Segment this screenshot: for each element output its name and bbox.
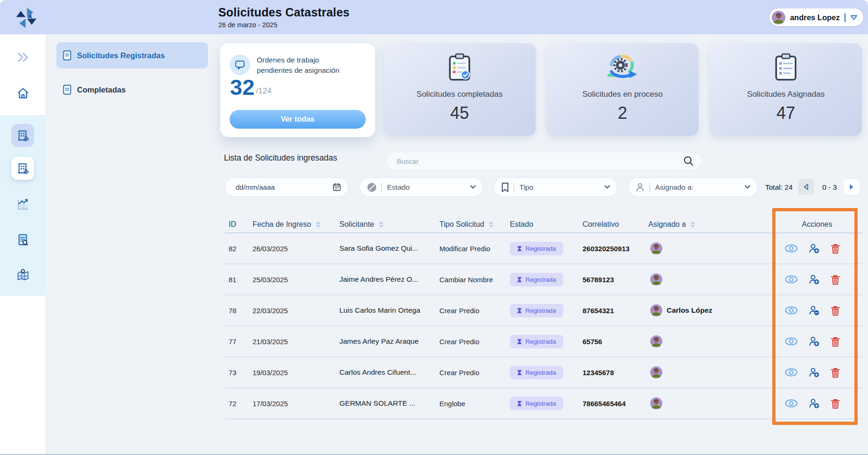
eye-icon [785,368,798,377]
cell-solicitante: GERMAN SOLARTE ... [339,399,439,408]
person-add-icon [808,274,820,285]
table-row: 82 26/03/2025 Sara Sofia Gomez Qui... Mo… [225,233,862,264]
chevron-down-icon [470,185,476,189]
unassign-user-button[interactable] [808,305,820,316]
header-bar: Solicitudes Catastrales 26 de marzo - 20… [0,0,868,34]
clipboard-list-icon [710,53,862,82]
view-button[interactable] [785,337,798,346]
ver-todas-button[interactable]: Ver todas [230,110,366,129]
column-header-solicitante[interactable]: Solicitante [339,220,439,229]
cell-id: 78 [225,307,253,315]
cell-fecha: 26/03/2025 [253,245,339,253]
delete-button[interactable] [830,305,840,316]
sort-arrows-icon [379,221,384,228]
document-search-icon [16,233,29,246]
delete-button[interactable] [830,398,840,409]
sidebar-item-home[interactable] [0,87,46,100]
eye-icon [785,306,798,315]
asignado-filter[interactable]: Asignado a: [628,177,758,197]
pagination-prev-button[interactable] [798,179,814,195]
assignee-avatar [650,304,662,316]
delete-button[interactable] [830,274,840,285]
pagination-next-button[interactable] [844,179,860,195]
column-header-fecha[interactable]: Fecha de Ingreso [253,220,339,229]
nav-item-solicitudes-registradas[interactable]: Solicitudes Registradas [56,42,208,69]
sidebar-item-reportes[interactable] [0,198,46,211]
column-header-correlativo: Correlativo [583,220,648,229]
column-header-tipo[interactable]: Tipo Solicitud [439,220,510,229]
assign-user-button[interactable] [808,398,820,409]
view-button[interactable] [785,275,798,284]
delete-button[interactable] [830,336,840,347]
cell-id: 73 [225,369,253,377]
user-menu[interactable]: andres Lopez [769,8,863,26]
cell-id: 82 [225,245,253,253]
sidebar-item-mapa[interactable] [0,269,46,282]
triangle-left-icon [803,184,809,190]
stat-value: 2 [546,103,699,123]
person-add-icon [808,336,820,347]
chip-divider [845,13,845,22]
assign-user-button[interactable] [808,274,820,285]
estado-filter[interactable]: Estado [360,177,483,197]
search-input[interactable] [386,152,683,170]
cell-fecha: 22/03/2025 [253,307,339,315]
search-icon[interactable] [683,155,694,167]
asignado-filter-label: Asignado a: [655,183,694,192]
assignee-avatar [650,242,662,254]
cell-tipo: Crear Predio [439,307,510,315]
view-button[interactable] [785,306,798,315]
trash-icon [830,305,840,316]
sidebar-item-solicitudes[interactable] [0,124,46,147]
cell-tipo: Cambiar Nombre [439,276,510,284]
building-settings-icon [16,129,29,142]
sidebar-item-gestion[interactable] [0,157,46,180]
stat-card-asignadas: Solicitudes Asignadas 47 [710,43,862,136]
assign-user-button[interactable] [808,367,820,378]
clipboard-check-icon [384,53,536,82]
assign-user-button[interactable] [808,336,820,347]
table-row: 73 19/03/2025 Carlos Andres Cifuent... C… [225,357,862,388]
delete-button[interactable] [830,243,840,254]
table-row: 78 22/03/2025 Luis Carlos Marin Ortega C… [225,295,862,326]
user-avatar [772,11,785,24]
pill-divider [514,183,515,192]
chevron-down-icon [745,185,751,189]
document-icon [62,85,72,95]
assignee-name: Carlos López [667,306,712,315]
table-body: 82 26/03/2025 Sara Sofia Gomez Qui... Mo… [225,233,862,419]
app-window: Solicitudes Catastrales 26 de marzo - 20… [0,0,868,455]
sidebar-item-documentos[interactable] [0,233,46,246]
cell-correlativo: 65756 [583,338,648,346]
collapse-sidebar-button[interactable] [0,52,46,63]
trash-icon [830,398,840,409]
table-row: 77 21/03/2025 James Arley Paz Araque Cre… [225,326,862,357]
view-button[interactable] [785,244,798,253]
chart-report-icon [16,198,30,211]
view-button[interactable] [785,399,798,408]
cell-correlativo: 87654321 [583,307,648,315]
person-add-icon [808,367,820,378]
nav-item-completadas[interactable]: Completadas [62,80,126,99]
building-settings-icon [16,162,29,175]
stat-card-en-proceso: Solicitudes en proceso 2 [546,43,699,136]
triangle-right-icon [849,184,854,190]
trash-icon [830,336,840,347]
date-filter[interactable]: dd/mm/aaaa [225,177,348,197]
trash-icon [830,367,840,378]
delete-button[interactable] [830,367,840,378]
column-header-asignado[interactable]: Asignado a [648,220,772,229]
tipo-filter[interactable]: Tipo [494,177,617,197]
view-button[interactable] [785,368,798,377]
cell-tipo: Modificar Predio [439,245,510,253]
calendar-icon[interactable] [332,183,341,192]
person-add-icon [808,398,820,409]
main-content: Solicitudes Registradas Completadas Órde… [46,34,868,455]
assign-user-button[interactable] [808,243,820,254]
nav-item-label: Solicitudes Registradas [77,51,165,60]
assignee-avatar [650,366,662,378]
search-bar [386,152,702,170]
gear-cycle-icon [546,53,699,81]
assignee-avatar [650,397,662,409]
date-placeholder: dd/mm/aaaa [236,183,275,191]
